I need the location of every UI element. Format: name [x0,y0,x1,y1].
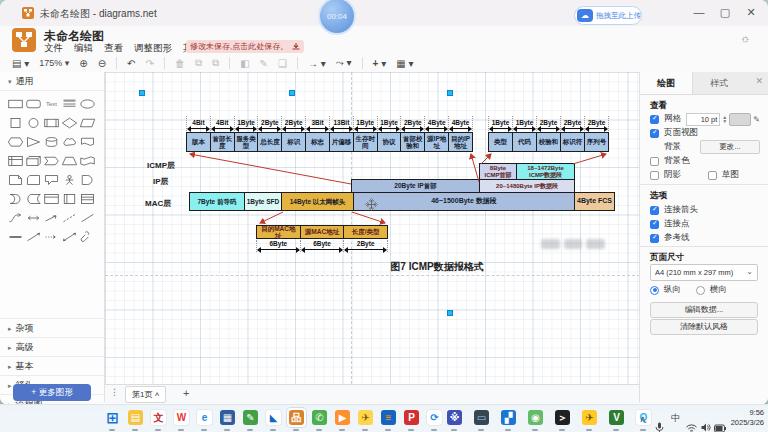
shape-cloud-icon[interactable] [60,132,78,151]
shape-or-icon[interactable] [78,170,96,189]
shape-container-icon[interactable] [42,189,60,208]
connection-arrows-checkbox[interactable] [650,206,659,215]
connection-points-checkbox[interactable] [650,220,659,229]
shape-dotted-line-icon[interactable] [42,227,60,246]
close-button[interactable]: ✕ [738,2,764,22]
paper-size-dropdown[interactable]: A4 (210 mm x 297 mm) [650,264,758,281]
ip-field[interactable]: 目的IP地址 [449,132,473,152]
panel-close-icon[interactable]: ✕ [755,76,763,86]
wps-word-icon[interactable]: W [172,408,191,427]
grid-size-stepper[interactable]: ▲▼ [722,115,727,123]
start-icon[interactable]: ⊞ [103,408,122,427]
ip-field[interactable]: 标识 [282,132,306,152]
edge-browser-icon[interactable]: e [195,408,214,427]
connection-handle[interactable] [447,90,453,96]
ip-field[interactable]: 协议 [378,132,402,152]
shape-curve-icon[interactable] [6,208,24,227]
v-app-icon[interactable]: V [607,408,626,427]
screen-recorder-icon[interactable]: ◉ [526,408,545,427]
terminal-icon[interactable]: ＞ [553,408,572,427]
shape-circle-icon[interactable] [24,113,42,132]
ip-field[interactable]: 版本 [186,132,211,152]
undo-icon[interactable]: ↶ [127,58,135,69]
tab-style[interactable]: 样式 [693,72,745,94]
shape-dashed-line-icon[interactable] [60,208,78,227]
shape-line-icon[interactable] [6,227,24,246]
unsaved-notice[interactable]: 修改未保存,点击此处保存。 [186,40,304,53]
ip-field[interactable]: 首部校验和 [401,132,425,152]
grid-size-input[interactable]: 10 pt [686,113,720,126]
more-shapes-button[interactable]: + 更多图形 [13,384,91,401]
redo-icon[interactable]: ↷ [145,58,153,69]
mac-eth-header-box[interactable]: 14Byte 以太网帧头 [281,192,354,211]
thunder-app-icon[interactable]: ◣ [264,408,283,427]
tray-chevron-icon[interactable]: ∧ [639,405,646,432]
page-tab[interactable]: 第1页 ˄ [125,386,166,403]
reader-app-icon[interactable]: 文 [149,408,168,427]
ip-field[interactable]: 标志 [306,132,330,152]
portrait-radio[interactable] [650,286,659,295]
icmp-data-box[interactable]: 18~1472Byte ICMP数据段 [516,163,575,180]
shape-arrow-icon[interactable] [42,208,60,227]
ip-field[interactable]: 生存时间 [354,132,378,152]
minimize-button[interactable]: — [686,2,712,22]
shape-cylinder-icon[interactable] [42,132,60,151]
shape-list-icon[interactable] [78,189,96,208]
shape-hexagon-icon[interactable] [6,132,24,151]
bg-color-checkbox[interactable] [650,157,659,166]
zoom-level-dropdown[interactable]: 175% ▾ [39,58,69,68]
library-app-icon[interactable]: ≡ [379,408,398,427]
pages-menu-icon[interactable]: ⋮ [110,387,118,397]
line-color-icon[interactable]: ✎ [260,58,268,69]
shape-process-icon[interactable] [42,113,60,132]
shape-textbox-icon[interactable] [60,94,78,113]
shape-data-storage-icon[interactable] [24,189,42,208]
ip-header-box[interactable]: 20Byte IP首部 [351,179,480,193]
sidebar-section-基本[interactable]: ▸基本 [0,356,104,375]
diagrams-net-icon[interactable]: 品 [287,408,306,427]
ip-field[interactable]: 服务类型 [235,132,259,152]
shape-step-icon[interactable] [42,151,60,170]
shape-triangle-icon[interactable] [24,132,42,151]
landscape-radio[interactable] [696,286,705,295]
calculator-icon[interactable]: ▦ [218,408,237,427]
sidebar-section-高级[interactable]: ▸高级 [0,337,104,356]
clock[interactable]: 9:56 2025/3/26 [718,408,764,428]
shape-document-icon[interactable] [78,132,96,151]
fill-color-icon[interactable]: ◧ [240,58,249,69]
zoom-out-icon[interactable]: ⊖ [98,58,106,69]
add-page-button[interactable]: + [183,387,189,399]
mac-preamble-box[interactable]: 7Byte 前导码 [189,192,245,211]
mac-expansion-field[interactable]: 源MAC地址 [301,225,345,239]
mac-sfd-box[interactable]: 1Byte SFD [244,192,282,211]
connection-style-icon[interactable]: → ▾ [308,58,326,69]
section-general[interactable]: ▾通用 [0,72,104,91]
view-panels-icon[interactable]: ▤ ▾ [12,58,29,69]
sidebar-section-杂项[interactable]: ▸杂项 [0,318,104,337]
wechat-icon[interactable]: ✆ [310,408,329,427]
ip-field[interactable]: 首部长度 [211,132,235,152]
sketch-checkbox[interactable] [708,171,717,180]
edit-data-button[interactable]: 编辑数据... [650,302,758,318]
icmp-header-box[interactable]: 8Byte ICMP首部 [479,163,517,180]
waypoint-style-icon[interactable]: ⤳ ▾ [336,57,352,69]
shadow-checkbox[interactable] [650,171,659,180]
shape-cube-icon[interactable] [24,151,42,170]
shape-note-icon[interactable] [6,170,24,189]
shape-vertical-container-icon[interactable] [60,189,78,208]
insert-icon[interactable]: + ▾ [373,58,387,69]
plane-app-icon[interactable]: ✈ [580,408,599,427]
zoom-in-icon[interactable]: ⊕ [79,58,87,69]
shape-rectangle-icon[interactable] [6,94,24,113]
notes-app-icon[interactable]: ✎ [241,408,260,427]
microphone-icon[interactable] [655,414,664,432]
shape-text-icon[interactable]: Text [42,94,60,113]
connection-handle[interactable] [447,310,453,316]
shape-directional-connector-icon[interactable] [24,227,42,246]
flight-app-icon[interactable]: ✈ [356,408,375,427]
mac-fcs-box[interactable]: 4Byte FCS [574,192,615,211]
grid-checkbox[interactable] [650,115,659,124]
change-background-button[interactable]: 更改... [700,140,760,154]
shape-ellipse-icon[interactable] [78,94,96,113]
guides-checkbox[interactable] [650,234,659,243]
